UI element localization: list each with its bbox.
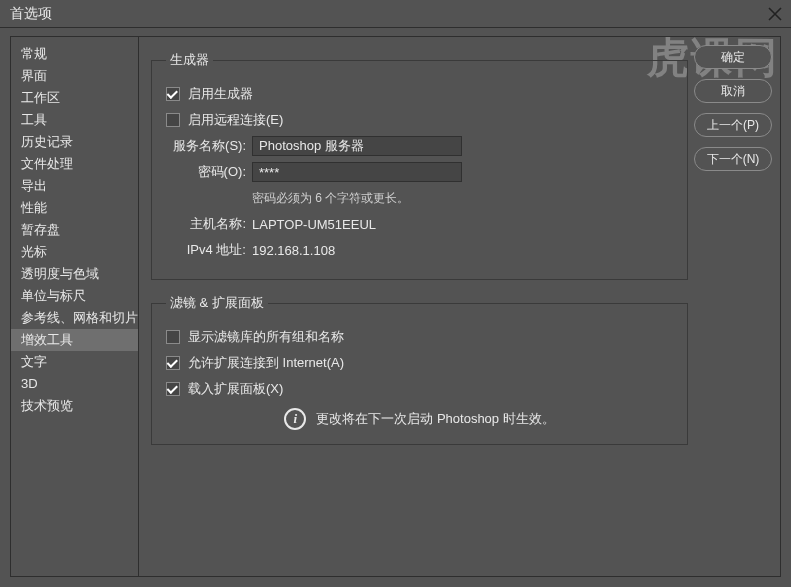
password-input[interactable] <box>252 162 462 182</box>
password-helper: 密码必须为 6 个字符或更长。 <box>252 190 409 207</box>
service-name-label: 服务名称(S): <box>166 137 246 155</box>
sidebar-item-plugins[interactable]: 增效工具 <box>11 329 138 351</box>
restart-notice: 更改将在下一次启动 Photoshop 时生效。 <box>316 410 554 428</box>
service-name-input[interactable] <box>252 136 462 156</box>
ip-label: IPv4 地址: <box>166 241 246 259</box>
generator-legend: 生成器 <box>166 51 213 69</box>
show-filter-lib-label: 显示滤镜库的所有组和名称 <box>188 328 344 346</box>
sidebar-item-tools[interactable]: 工具 <box>11 109 138 131</box>
sidebar-item-transparency[interactable]: 透明度与色域 <box>11 263 138 285</box>
sidebar-item-units[interactable]: 单位与标尺 <box>11 285 138 307</box>
allow-internet-checkbox[interactable] <box>166 356 180 370</box>
sidebar-item-workspace[interactable]: 工作区 <box>11 87 138 109</box>
enable-remote-checkbox[interactable] <box>166 113 180 127</box>
sidebar-item-type[interactable]: 文字 <box>11 351 138 373</box>
main-panel: 确定 取消 上一个(P) 下一个(N) 生成器 启用生成器 启用远程连接(E) … <box>139 37 780 576</box>
sidebar-item-performance[interactable]: 性能 <box>11 197 138 219</box>
sidebar-item-scratch[interactable]: 暂存盘 <box>11 219 138 241</box>
load-panels-label: 载入扩展面板(X) <box>188 380 283 398</box>
window-title: 首选项 <box>10 5 52 23</box>
next-button[interactable]: 下一个(N) <box>694 147 772 171</box>
prev-button[interactable]: 上一个(P) <box>694 113 772 137</box>
sidebar-item-techpreview[interactable]: 技术预览 <box>11 395 138 417</box>
extensions-group: 滤镜 & 扩展面板 显示滤镜库的所有组和名称 允许扩展连接到 Internet(… <box>151 294 688 445</box>
sidebar: 常规 界面 工作区 工具 历史记录 文件处理 导出 性能 暂存盘 光标 透明度与… <box>11 37 139 576</box>
sidebar-item-export[interactable]: 导出 <box>11 175 138 197</box>
cancel-button[interactable]: 取消 <box>694 79 772 103</box>
password-label: 密码(O): <box>166 163 246 181</box>
sidebar-item-history[interactable]: 历史记录 <box>11 131 138 153</box>
enable-remote-label: 启用远程连接(E) <box>188 111 283 129</box>
show-filter-lib-checkbox[interactable] <box>166 330 180 344</box>
sidebar-item-filehandling[interactable]: 文件处理 <box>11 153 138 175</box>
enable-generator-label: 启用生成器 <box>188 85 253 103</box>
sidebar-item-interface[interactable]: 界面 <box>11 65 138 87</box>
extensions-legend: 滤镜 & 扩展面板 <box>166 294 268 312</box>
enable-generator-checkbox[interactable] <box>166 87 180 101</box>
ip-value: 192.168.1.108 <box>252 243 335 258</box>
host-value: LAPTOP-UM51EEUL <box>252 217 376 232</box>
sidebar-item-3d[interactable]: 3D <box>11 373 138 395</box>
sidebar-item-guides[interactable]: 参考线、网格和切片 <box>11 307 138 329</box>
allow-internet-label: 允许扩展连接到 Internet(A) <box>188 354 344 372</box>
host-label: 主机名称: <box>166 215 246 233</box>
ok-button[interactable]: 确定 <box>694 45 772 69</box>
close-icon[interactable] <box>767 6 783 22</box>
generator-group: 生成器 启用生成器 启用远程连接(E) 服务名称(S): 密码(O): 密码必须… <box>151 51 688 280</box>
load-panels-checkbox[interactable] <box>166 382 180 396</box>
sidebar-item-general[interactable]: 常规 <box>11 43 138 65</box>
sidebar-item-cursors[interactable]: 光标 <box>11 241 138 263</box>
info-icon: i <box>284 408 306 430</box>
